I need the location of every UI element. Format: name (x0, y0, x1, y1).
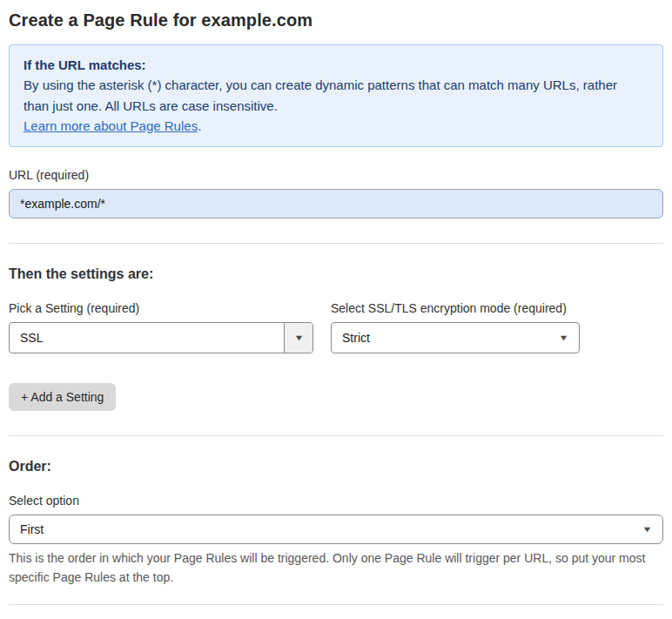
dropdown-arrow-icon: ▼ (642, 526, 653, 534)
page-rule-form: Create a Page Rule for example.com If th… (0, 0, 672, 619)
order-help-text: This is the order in which your Page Rul… (9, 549, 663, 587)
settings-row: Pick a Setting (required) SSL ▼ Select S… (9, 301, 663, 353)
ssl-mode-arrow-wrap: ▼ (560, 334, 579, 342)
url-match-info-box: If the URL matches: By using the asteris… (9, 44, 663, 147)
order-select-label: Select option (9, 494, 663, 508)
pick-setting-column: Pick a Setting (required) SSL ▼ (9, 301, 313, 353)
order-select[interactable]: First ▼ (9, 515, 663, 544)
add-setting-button[interactable]: + Add a Setting (9, 383, 116, 411)
pick-setting-arrow-box: ▼ (284, 323, 312, 353)
divider-after-settings (9, 435, 663, 436)
order-select-value: First (10, 522, 643, 536)
order-select-arrow-wrap: ▼ (643, 526, 662, 534)
info-box-heading: If the URL matches: (24, 55, 648, 75)
learn-more-link[interactable]: Learn more about Page Rules (24, 118, 198, 133)
ssl-mode-column: Select SSL/TLS encryption mode (required… (331, 301, 580, 353)
url-input[interactable] (9, 189, 663, 219)
pick-setting-label: Pick a Setting (required) (9, 301, 313, 315)
dropdown-arrow-icon: ▼ (559, 334, 569, 342)
ssl-mode-label: Select SSL/TLS encryption mode (required… (331, 301, 580, 315)
info-box-body: By using the asterisk (*) character, you… (24, 75, 643, 116)
divider-after-url (9, 243, 663, 244)
info-box-link-line: Learn more about Page Rules. (24, 116, 648, 136)
dropdown-arrow-icon: ▼ (293, 334, 304, 342)
ssl-mode-value: Strict (332, 331, 560, 345)
page-title: Create a Page Rule for example.com (9, 10, 663, 30)
order-section-heading: Order: (9, 459, 663, 474)
ssl-mode-select[interactable]: Strict ▼ (331, 322, 580, 353)
divider-before-footer (9, 604, 663, 605)
url-field-label: URL (required) (9, 168, 663, 182)
pick-setting-select[interactable]: SSL ▼ (9, 322, 313, 353)
settings-section-heading: Then the settings are: (9, 266, 663, 282)
pick-setting-value: SSL (10, 331, 284, 345)
link-suffix: . (198, 118, 201, 133)
